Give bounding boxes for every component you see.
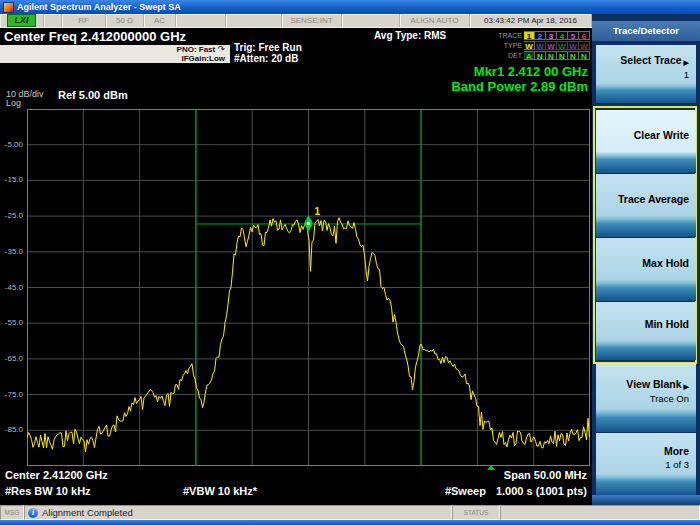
vbw-annotation: #VBW 10 kHz*: [183, 483, 257, 499]
y-axis-label: -55.0: [5, 319, 23, 327]
trigger-atten-block: Trig: Free Run #Atten: 20 dB: [234, 43, 302, 64]
softkey-value: Trace On: [650, 393, 689, 404]
trace-row-cell-5[interactable]: 5: [568, 31, 579, 40]
annunciator-align: ALIGN AUTO: [400, 14, 470, 27]
active-function-center-freq[interactable]: Center Freq 2.412000000 GHz: [0, 28, 230, 45]
window-title: Agilent Spectrum Analyzer - Swept SA: [17, 2, 181, 12]
annotation-row-2: #Res BW 10 kHz #VBW 10 kHz* #Sweep1.000 …: [0, 483, 592, 499]
softkey-label: View Blank▶: [626, 378, 689, 391]
type-row-cell-3[interactable]: W: [546, 41, 557, 50]
softkey-value: 1 of 3: [665, 459, 689, 470]
trace-row-cell-3[interactable]: 3: [546, 31, 557, 40]
softkey-menu-panel: Trace/Detector Select Trace▶1Clear Write…: [592, 14, 700, 505]
atten-setting: #Atten: 20 dB: [234, 54, 302, 65]
softkey-value: 1: [684, 69, 689, 80]
annunciator-blank2: [176, 14, 226, 27]
msg-label: MSG: [0, 505, 24, 520]
det-row-cell-2[interactable]: N: [535, 51, 546, 60]
pno-loop-icon: ↷: [217, 44, 225, 54]
softkey-label: Trace Average: [618, 193, 689, 205]
amplitude-axis-labels: -5.00-15.0-25.0-35.0-45.0-55.0-65.0-75.0…: [0, 109, 25, 466]
type-row: TYPEWWWWWW: [470, 40, 590, 50]
y-axis-label: -5.00: [5, 141, 23, 149]
softkey-more[interactable]: More1 of 3: [596, 433, 696, 495]
pno-ifgain-box: PNO: Fast ↷ IFGain:Low: [0, 45, 230, 63]
softkey-clear-write[interactable]: Clear Write: [596, 110, 696, 173]
bottom-blue-strip: [0, 520, 700, 525]
trace-row-cell-2[interactable]: 2: [535, 31, 546, 40]
trace-row: TRACE123456: [470, 30, 590, 40]
det-row-cell-3[interactable]: N: [546, 51, 557, 60]
center-freq-annotation: Center 2.41200 GHz: [5, 467, 108, 483]
det-row: DETANNNNN: [470, 50, 590, 60]
softkey-label: Min Hold: [645, 318, 689, 330]
annunciator-rf: RF: [62, 14, 106, 27]
annunciator-coupling: AC: [144, 14, 176, 27]
menu-title: Trace/Detector: [592, 21, 700, 41]
annunciator-blank3: [226, 14, 282, 27]
annotation-row-1: Center 2.41200 GHz Span 50.00 MHz: [0, 467, 592, 483]
softkey-select-trace[interactable]: Select Trace▶1: [596, 45, 696, 103]
marker-freq-readout: Mkr1 2.412 00 GHz: [0, 64, 588, 79]
softkey-label: Clear Write: [634, 129, 689, 141]
y-axis-label: -45.0: [5, 284, 23, 292]
softkey-label: Max Hold: [642, 257, 689, 269]
det-row-cell-1[interactable]: A: [524, 51, 535, 60]
analyzer-screen: Center Freq 2.412000000 GHz PNO: Fast ↷ …: [0, 28, 592, 505]
pno-setting: PNO: Fast ↷: [0, 45, 225, 54]
det-row-cell-5[interactable]: N: [568, 51, 579, 60]
info-icon: i: [28, 508, 38, 518]
y-axis-label: -35.0: [5, 248, 23, 256]
annunciator-datetime: 03:43:42 PM Apr 18, 2016: [470, 14, 592, 27]
type-row-cell-2[interactable]: W: [535, 41, 546, 50]
annunciator-blank4: [342, 14, 400, 27]
type-row-cell-4[interactable]: W: [557, 41, 568, 50]
status-bar-spacer: [500, 505, 700, 520]
annunciator-sense: SENSE:INT: [282, 14, 342, 27]
ifgain-setting: IFGain:Low: [0, 54, 225, 63]
sweep-annotation: #Sweep1.000 s (1001 pts): [445, 483, 587, 499]
trace-row-cell-4[interactable]: 4: [557, 31, 568, 40]
status-message: Alignment Completed: [42, 507, 133, 518]
menu-bottom-strip: [592, 495, 700, 505]
scale-type-label: Log: [6, 98, 21, 108]
annunciator-impedance: 50 Ω: [106, 14, 144, 27]
submenu-arrow-icon: ▶: [684, 383, 689, 390]
avg-type-setting: Avg Type: RMS: [374, 30, 446, 41]
window-title-bar: Agilent Spectrum Analyzer - Swept SA: [0, 0, 700, 14]
y-axis-label: -85.0: [5, 426, 23, 434]
softkey-min-hold[interactable]: Min Hold: [596, 302, 696, 360]
span-caret-icon: [487, 465, 495, 470]
softkey-max-hold[interactable]: Max Hold: [596, 238, 696, 301]
status-label: STATUS: [452, 505, 500, 520]
det-row-cell-6[interactable]: N: [579, 51, 590, 60]
softkey-label: Select Trace▶: [620, 54, 689, 67]
annunciator-blank1: [44, 14, 62, 27]
marker-center-dot: [307, 222, 310, 225]
softkey-trace-average[interactable]: Trace Average: [596, 174, 696, 237]
softkey-label: More: [664, 445, 689, 457]
submenu-arrow-icon: ▶: [684, 59, 689, 66]
trace-row-cell-6[interactable]: 6: [579, 31, 590, 40]
det-row-cell-4[interactable]: N: [557, 51, 568, 60]
type-row-cell-6[interactable]: W: [579, 41, 590, 50]
softkey-view-blank[interactable]: View Blank▶Trace On: [596, 363, 696, 432]
annunciator-row: LXIRF50 ΩACSENSE:INTALIGN AUTO03:43:42 P…: [0, 14, 592, 28]
trace-register: TRACE123456TYPEWWWWWWDETANNNNN: [470, 30, 590, 60]
type-row-cell-5[interactable]: W: [568, 41, 579, 50]
span-annotation: Span 50.00 MHz: [504, 467, 587, 483]
status-message-cell: i Alignment Completed: [24, 505, 452, 520]
type-row-cell-1[interactable]: W: [524, 41, 535, 50]
det-row-label: DET: [508, 52, 522, 59]
ref-level-label: Ref 5.00 dBm: [58, 89, 128, 101]
type-row-label: TYPE: [504, 42, 522, 49]
y-axis-label: -25.0: [5, 212, 23, 220]
trace-row-label: TRACE: [498, 32, 522, 39]
spectrum-plot[interactable]: 1: [27, 109, 590, 466]
rbw-annotation: #Res BW 10 kHz: [5, 483, 91, 499]
app-icon: [3, 2, 14, 13]
y-axis-label: -65.0: [5, 355, 23, 363]
y-axis-label: -75.0: [5, 391, 23, 399]
y-axis-label: -15.0: [5, 176, 23, 184]
trace-row-cell-1[interactable]: 1: [524, 31, 535, 40]
